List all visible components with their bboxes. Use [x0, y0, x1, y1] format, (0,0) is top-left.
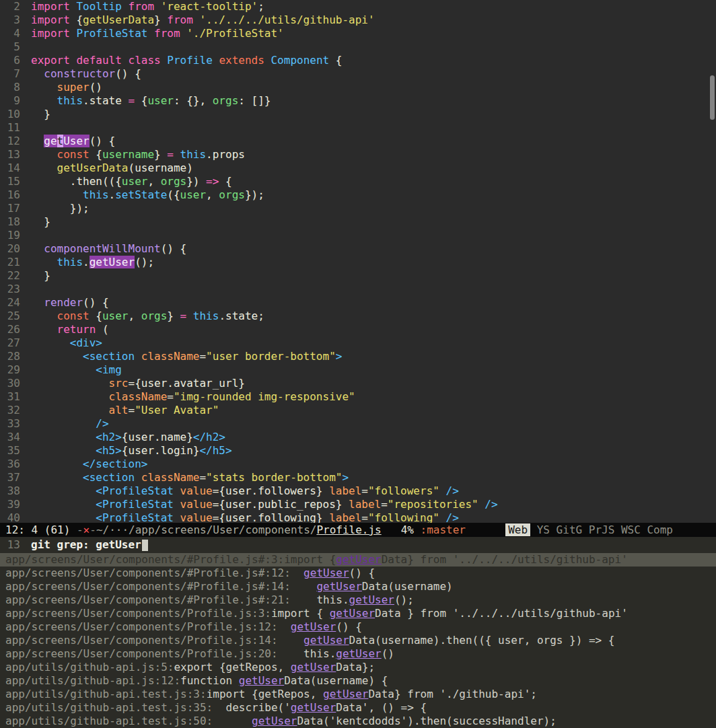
code-text: src={user.avatar_url} — [20, 377, 245, 390]
code-token: { — [90, 310, 102, 322]
code-token — [135, 350, 141, 363]
line-number: 31 — [0, 390, 20, 404]
code-token: () { — [83, 296, 109, 309]
code-token — [70, 27, 77, 40]
code-line: 35 <h5>{user.login}</h5> — [0, 444, 716, 458]
code-token — [31, 94, 57, 107]
code-token — [122, 54, 129, 67]
line-number: 3 — [0, 13, 20, 27]
code-token: () { — [90, 135, 116, 147]
code-text: .then(({user, orgs}) => { — [20, 175, 232, 188]
line-number: 40 — [0, 511, 20, 523]
code-token — [31, 444, 96, 457]
statusbar-segment: - — [77, 523, 83, 536]
code-line: 12 getUser() { — [0, 135, 716, 148]
code-token: this — [57, 94, 83, 107]
code-token: class — [129, 54, 161, 67]
code-token: <img — [96, 363, 122, 376]
code-line: 26 return ( — [0, 323, 716, 336]
code-token — [70, 0, 77, 13]
code-token — [31, 135, 44, 147]
code-token: user — [102, 310, 129, 322]
grep-result-row[interactable]: app/screens/User/components/Profile.js:3… — [0, 607, 716, 620]
grep-result-row[interactable]: app/screens/User/components/#Profile.js#… — [0, 593, 716, 607]
scrollbar-thumb[interactable] — [710, 75, 715, 120]
code-token: .state; — [219, 310, 264, 322]
code-text: getUser() { — [20, 135, 115, 148]
grep-result-row[interactable]: app/utils/github-api.js:5:export {getRep… — [0, 661, 716, 674]
line-number: 30 — [0, 377, 20, 390]
grep-result-row[interactable]: app/utils/github-api.test.js:50: getUser… — [0, 715, 716, 728]
grep-result-row[interactable]: app/utils/github-api.js:12:function getU… — [0, 674, 716, 688]
grep-prompt[interactable]: 13git grep: getUser — [0, 537, 716, 553]
code-token: ({ — [167, 188, 180, 201]
result-segment: app/utils/github-api.js:12: — [5, 674, 180, 687]
code-token: "followers" — [368, 484, 439, 497]
code-token — [31, 67, 44, 80]
grep-result-row[interactable]: app/screens/User/components/#Profile.js#… — [0, 567, 716, 580]
grep-result-row[interactable]: app/screens/User/components/#Profile.js#… — [0, 553, 716, 567]
result-segment: app/screens/User/components/Profile.js:2… — [5, 647, 278, 660]
code-token: "User Avatar" — [135, 404, 219, 416]
result-segment: () — [382, 647, 394, 660]
code-line: 28 <section className="user border-botto… — [0, 350, 716, 363]
line-number: 23 — [0, 283, 20, 296]
code-token: src — [109, 377, 129, 390]
code-token: user — [180, 188, 207, 201]
result-segment: app/utils/github-api.test.js:3: — [5, 688, 207, 700]
grep-result-row[interactable]: app/screens/User/components/#Profile.js#… — [0, 580, 716, 593]
code-text: this.state = {user: {}, orgs: []} — [20, 94, 271, 108]
code-token — [147, 27, 154, 40]
code-text — [20, 229, 31, 242]
major-mode-indicator[interactable]: Web — [505, 523, 530, 536]
code-token: value — [180, 484, 213, 497]
statusbar-segment: ✕ — [83, 523, 90, 536]
code-token: label — [329, 511, 361, 523]
code-token: orgs — [213, 94, 239, 107]
code-line: 38 <ProfileStat value={user.followers} l… — [0, 484, 716, 498]
code-token — [31, 350, 83, 363]
code-token: } — [167, 310, 180, 322]
code-token: }); — [31, 202, 90, 215]
code-token: = — [361, 511, 368, 523]
grep-result-row[interactable]: app/utils/github-api.test.js:3:import {g… — [0, 688, 716, 701]
code-token: "user border-bottom" — [206, 350, 336, 363]
grep-result-row[interactable]: app/screens/User/components/Profile.js:2… — [0, 647, 716, 661]
grep-result-row[interactable]: app/screens/User/components/Profile.js:1… — [0, 620, 716, 634]
code-token: () { — [115, 67, 141, 80]
minor-mode-indicators[interactable]: YS GitG PrJS WSC Comp — [530, 523, 673, 536]
code-token: getUser — [90, 256, 135, 268]
code-token: <ProfileStat — [96, 498, 174, 511]
code-token: username — [102, 148, 154, 161]
code-line: 2import Tooltip from 'react-tooltip'; — [0, 0, 716, 13]
line-number: 11 — [0, 121, 20, 135]
match-text: getUser — [316, 580, 361, 593]
line-number: 32 — [0, 404, 20, 417]
code-token — [31, 242, 44, 255]
match-text: getUser — [336, 553, 381, 566]
code-token: <h2> — [96, 431, 122, 443]
result-segment: export {getRepos, — [174, 661, 290, 674]
code-text: <img — [20, 363, 122, 377]
code-token: ={user.avatar_url} — [129, 377, 245, 390]
grep-results-list: app/screens/User/components/#Profile.js#… — [0, 553, 716, 728]
statusbar-left: 12: 4 (61) -✕-~/···/app/screens/User/com… — [5, 523, 505, 536]
code-token: = — [167, 148, 174, 161]
code-token: <div> — [70, 336, 102, 349]
text-cursor-block — [142, 540, 148, 551]
line-number: 29 — [0, 363, 20, 377]
match-text: getUser — [303, 567, 349, 579]
code-token — [174, 498, 180, 511]
editor[interactable]: 2import Tooltip from 'react-tooltip';3im… — [0, 0, 716, 523]
code-token: { — [135, 94, 147, 107]
code-token: default — [76, 54, 121, 67]
code-token: () — [90, 81, 102, 94]
grep-result-row[interactable]: app/screens/User/components/Profile.js:1… — [0, 634, 716, 647]
grep-result-row[interactable]: app/utils/github-api.test.js:35: describ… — [0, 701, 716, 715]
code-token: = — [199, 350, 206, 363]
result-segment: app/utils/github-api.js:5: — [5, 661, 174, 674]
code-token: <h5> — [96, 444, 122, 457]
result-segment: this. — [278, 647, 336, 660]
code-token: = — [129, 94, 135, 107]
code-token: alt — [109, 404, 129, 416]
